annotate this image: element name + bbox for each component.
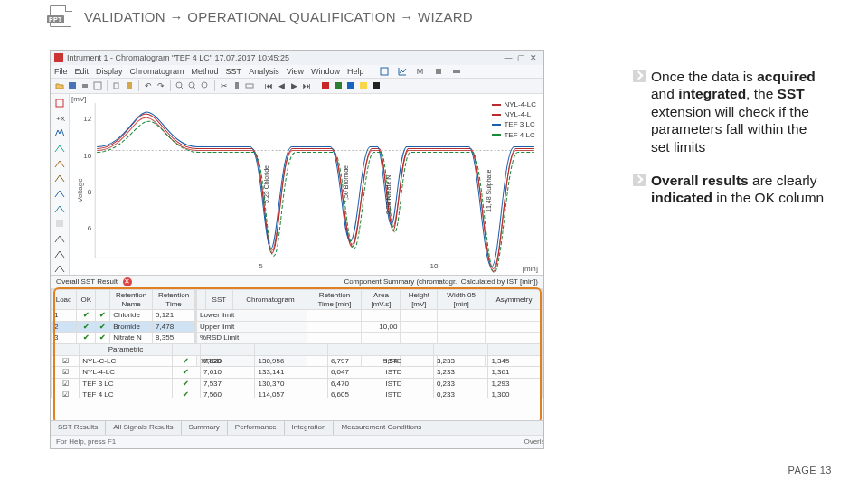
tool-icon[interactable] (231, 80, 242, 91)
bullet-text: Overall results are clearly indicated in… (651, 172, 827, 207)
svg-text:8,38 Nitrate N: 8,38 Nitrate N (385, 175, 392, 214)
print-icon[interactable] (80, 80, 90, 91)
tab-sst-results[interactable]: SST Results (51, 421, 106, 436)
svg-rect-15 (56, 220, 63, 227)
side-tool-icon[interactable] (53, 248, 66, 260)
side-tool-icon[interactable] (53, 262, 66, 275)
close-tab-icon[interactable]: ✕ (123, 277, 132, 286)
results-tab-left: Overall SST Result (56, 278, 118, 286)
side-peak-icon[interactable] (53, 142, 66, 155)
tab-performance[interactable]: Performance (228, 421, 285, 436)
svg-text:12: 12 (83, 115, 91, 123)
svg-rect-4 (82, 84, 88, 88)
menu-view[interactable]: View (287, 68, 304, 76)
minimize-button[interactable]: — (502, 54, 514, 62)
chart-icon[interactable] (397, 66, 408, 77)
svg-text:5,23 Chloride: 5,23 Chloride (263, 165, 269, 203)
undo-icon[interactable]: ↶ (143, 80, 154, 91)
plot-svg: 12 10 8 6 5 10 (70, 94, 543, 277)
copy-icon[interactable] (111, 80, 122, 91)
svg-text:11,48 Sulphate: 11,48 Sulphate (486, 170, 493, 212)
svg-text:7,50 Bromide: 7,50 Bromide (343, 165, 349, 203)
svg-rect-7 (127, 82, 132, 89)
side-tool-icon[interactable]: +X (53, 112, 66, 125)
menu-method[interactable]: Method (192, 68, 219, 76)
tab-summary[interactable]: Summary (182, 421, 228, 436)
chromatogram-plot[interactable]: [mV] [min] Voltage 12 10 8 6 (70, 94, 543, 275)
status-text: For Help, press F1 (56, 438, 116, 446)
nav-prev-icon[interactable]: ◀ (276, 80, 287, 91)
svg-point-10 (202, 82, 207, 88)
menu-help[interactable]: Help (347, 68, 364, 76)
results-panel: Overall SST Result ✕ Component Summary (… (51, 275, 543, 438)
ppt-file-icon: PPT (50, 5, 71, 27)
redo-icon[interactable]: ↷ (156, 80, 166, 91)
tool-icon[interactable] (244, 80, 255, 91)
side-peak-icon[interactable] (53, 187, 66, 200)
svg-rect-5 (94, 82, 101, 89)
results-tab-right: Component Summary (chromatogr.: Calculat… (344, 278, 538, 286)
color-swatch[interactable] (358, 80, 369, 91)
side-tool-icon[interactable] (53, 217, 66, 230)
tab-measurement[interactable]: Measurement Conditions (334, 421, 429, 436)
tab-integration[interactable]: Integration (285, 421, 335, 436)
preview-icon[interactable] (92, 80, 103, 91)
svg-text:5: 5 (259, 262, 263, 270)
side-toolbar: +X (51, 94, 70, 275)
zoom-fit-icon[interactable] (200, 80, 211, 91)
app-titlebar: Intrument 1 - Chromatogram "TEF 4 LC" 17… (51, 51, 543, 65)
svg-rect-12 (246, 84, 253, 88)
close-button[interactable]: ✕ (527, 54, 540, 62)
folder-icon[interactable] (54, 80, 65, 91)
nav-next-icon[interactable]: ▶ (288, 80, 299, 91)
menu-file[interactable]: File (54, 68, 68, 76)
side-tool-icon[interactable] (53, 232, 66, 245)
svg-text:+X: +X (56, 115, 65, 123)
menu-display[interactable]: Display (96, 68, 123, 76)
side-peak-icon[interactable] (53, 172, 66, 184)
svg-rect-1 (436, 69, 441, 74)
samples-table[interactable]: Parametric☑NYL-C-LC✔7,620130,9566,797IST… (51, 343, 543, 398)
menu-edit[interactable]: Edit (75, 68, 90, 76)
bullet-item: Overall results are clearly indicated in… (633, 172, 827, 207)
color-swatch[interactable] (371, 80, 382, 91)
save-icon[interactable] (67, 80, 78, 91)
window-title: Intrument 1 - Chromatogram "TEF 4 LC" 17… (67, 54, 289, 62)
menu-chromatogram[interactable]: Chromatogram (130, 68, 184, 76)
menu-sst[interactable]: SST (226, 68, 242, 76)
status-mode: Overlay (524, 438, 544, 446)
bullet-text: Once the data is acquired and integrated… (651, 68, 827, 155)
svg-rect-0 (381, 68, 388, 75)
zoom-in-icon[interactable] (187, 80, 198, 91)
menu-analysis[interactable]: Analysis (249, 68, 279, 76)
svg-text:10: 10 (83, 152, 91, 160)
svg-rect-13 (56, 99, 63, 107)
toolbar-icon[interactable] (433, 66, 444, 77)
menu-bar: File Edit Display Chromatogram Method SS… (51, 65, 543, 79)
bullet-item: Once the data is acquired and integrated… (633, 68, 827, 155)
color-swatch[interactable] (345, 80, 356, 91)
app-screenshot: Intrument 1 - Chromatogram "TEF 4 LC" 17… (50, 50, 544, 449)
menu-window[interactable]: Window (311, 68, 340, 76)
side-peak-icon[interactable] (53, 157, 66, 170)
zoom-out-icon[interactable] (175, 80, 185, 91)
main-toolbar: ↶ ↷ ✂ ⏮ ◀ ▶ ⏭ (51, 79, 543, 94)
svg-text:6: 6 (88, 224, 92, 232)
app-logo-icon (54, 53, 63, 62)
color-swatch[interactable] (320, 80, 331, 91)
paste-icon[interactable] (124, 80, 135, 91)
toolbar-icon[interactable] (451, 66, 462, 77)
tool-icon[interactable]: ✂ (219, 80, 230, 91)
tab-all-signals[interactable]: All Signals Results (106, 421, 181, 436)
svg-rect-6 (114, 83, 118, 89)
svg-rect-2 (453, 70, 460, 73)
nav-first-icon[interactable]: ⏮ (263, 80, 274, 91)
maximize-button[interactable]: ▢ (514, 54, 527, 62)
toolbar-icon[interactable] (379, 66, 390, 77)
color-swatch[interactable] (333, 80, 344, 91)
side-peak-icon[interactable] (53, 127, 66, 139)
toolbar-icon[interactable]: M (415, 66, 426, 77)
side-peak-icon[interactable] (53, 202, 66, 215)
side-tool-icon[interactable] (53, 97, 66, 109)
nav-last-icon[interactable]: ⏭ (301, 80, 312, 91)
